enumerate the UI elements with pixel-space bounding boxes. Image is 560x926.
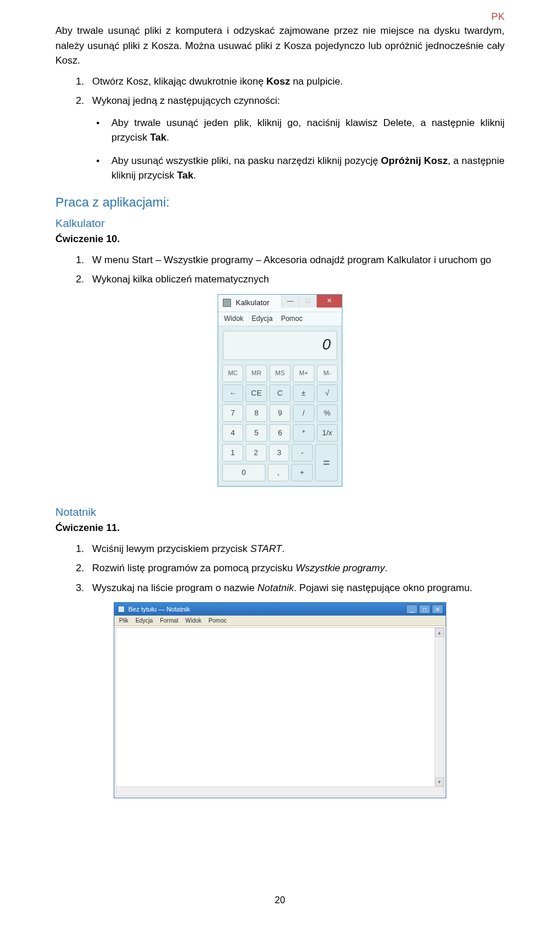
list-text: Wykonaj jedną z następujących czynności:: [92, 93, 505, 109]
list-number: 1.: [76, 541, 92, 557]
calc-percent-button[interactable]: %: [317, 404, 338, 422]
menu-help[interactable]: Pomoc: [281, 313, 302, 324]
maximize-button[interactable]: □: [419, 604, 430, 614]
horizontal-scrollbar[interactable]: [116, 787, 444, 796]
list-text: W menu Start – Wszystkie programy – Akce…: [92, 253, 505, 268]
exercise-label: Ćwiczenie 11.: [55, 520, 505, 536]
vertical-scrollbar[interactable]: [435, 628, 444, 787]
list-number: 3.: [76, 581, 92, 596]
section-heading-calculator: Kalkulator: [55, 215, 505, 232]
page-number: 20: [0, 893, 560, 907]
notepad-text-area[interactable]: [116, 627, 444, 796]
header-tag: PK: [491, 9, 505, 25]
calculator-display: 0: [223, 331, 337, 360]
exercise-label: Ćwiczenie 10.: [55, 232, 505, 247]
calc-0-button[interactable]: 0: [222, 464, 265, 481]
calculator-window: Kalkulator — □ ✕ Widok Edycja Pomoc 0 MC…: [218, 294, 342, 487]
list-item: 2. Wykonaj kilka obliczeń matematycznych: [76, 272, 505, 287]
exercise10-list: 1. W menu Start – Wszystkie programy – A…: [76, 253, 505, 287]
maximize-button: □: [299, 295, 316, 307]
list-text: Aby trwale usunąć jeden plik, kliknij go…: [111, 116, 505, 145]
calculator-app-icon: [223, 299, 231, 307]
calculator-title-text: Kalkulator: [236, 297, 270, 309]
list-text: Otwórz Kosz, klikając dwukrotnie ikonę K…: [92, 74, 505, 89]
list-text: Aby usunąć wszystkie pliki, na pasku nar…: [111, 153, 505, 183]
intro-paragraph: Aby trwale usunąć pliki z komputera i od…: [55, 23, 505, 68]
calc-backspace-button[interactable]: ←: [222, 385, 243, 402]
intro-bullet-list: Aby trwale usunąć jeden plik, kliknij go…: [96, 116, 505, 183]
list-item: 1. Otwórz Kosz, klikając dwukrotnie ikon…: [76, 74, 505, 89]
notepad-window: Bez tytułu — Notatnik _ □ ✕ Plik Edycja …: [114, 602, 446, 798]
calc-minus-button[interactable]: -: [292, 444, 313, 462]
list-item: 2. Rozwiń listę programów za pomocą przy…: [76, 561, 505, 576]
calc-multiply-button[interactable]: *: [293, 424, 314, 442]
list-number: 2.: [76, 93, 92, 109]
list-item: 1. W menu Start – Wszystkie programy – A…: [76, 253, 505, 268]
menu-help[interactable]: Pomoc: [209, 616, 227, 625]
list-text: Wciśnij lewym przyciskiem przycisk START…: [92, 541, 505, 557]
notepad-titlebar[interactable]: Bez tytułu — Notatnik _ □ ✕: [114, 603, 446, 616]
calc-decimal-button[interactable]: ,: [268, 464, 289, 481]
menu-format[interactable]: Format: [160, 616, 178, 625]
list-number: 1.: [76, 253, 92, 268]
notepad-title-text: Bez tytułu — Notatnik: [128, 604, 190, 614]
list-text: Wyszukaj na liście program o nazwie Nota…: [92, 581, 505, 596]
minimize-button[interactable]: —: [281, 295, 299, 307]
calc-7-button[interactable]: 7: [222, 404, 243, 422]
bullet-icon: [96, 116, 111, 145]
menu-edit[interactable]: Edycja: [251, 313, 272, 324]
exercise11-list: 1. Wciśnij lewym przyciskiem przycisk ST…: [76, 541, 505, 596]
notepad-menubar: Plik Edycja Format Widok Pomoc: [114, 616, 446, 626]
list-number: 2.: [76, 272, 92, 287]
calc-mr-button[interactable]: MR: [246, 365, 267, 382]
menu-view[interactable]: Widok: [186, 616, 202, 625]
list-number: 2.: [76, 561, 92, 576]
calc-ms-button[interactable]: MS: [270, 365, 290, 382]
close-button[interactable]: ✕: [432, 604, 443, 614]
calculator-keypad: MC MR MS M+ M- ← CE C ± √ 7 8 9 / % 4: [218, 365, 342, 486]
close-button[interactable]: ✕: [316, 295, 342, 307]
menu-edit[interactable]: Edycja: [135, 616, 153, 625]
menu-file[interactable]: Plik: [119, 616, 128, 625]
calc-1-button[interactable]: 1: [222, 444, 243, 462]
calc-9-button[interactable]: 9: [270, 404, 290, 422]
list-text: Rozwiń listę programów za pomocą przycis…: [92, 561, 505, 576]
calc-ce-button[interactable]: CE: [246, 385, 267, 402]
calc-6-button[interactable]: 6: [270, 424, 290, 442]
intro-ordered-list: 1. Otwórz Kosz, klikając dwukrotnie ikon…: [76, 74, 505, 109]
calc-sqrt-button[interactable]: √: [317, 385, 338, 402]
calc-3-button[interactable]: 3: [269, 444, 290, 462]
menu-view[interactable]: Widok: [224, 313, 243, 324]
list-item: 2. Wykonaj jedną z następujących czynnoś…: [76, 93, 505, 109]
calc-mc-button[interactable]: MC: [222, 365, 243, 382]
section-heading-apps: Praca z aplikacjami:: [55, 193, 505, 212]
calculator-titlebar[interactable]: Kalkulator — □ ✕: [218, 295, 342, 312]
list-text: Wykonaj kilka obliczeń matematycznych: [92, 272, 505, 287]
calc-equals-button[interactable]: =: [315, 444, 338, 481]
calc-divide-button[interactable]: /: [293, 404, 314, 422]
list-number: 1.: [76, 74, 92, 89]
list-item: 1. Wciśnij lewym przyciskiem przycisk ST…: [76, 541, 505, 557]
calc-reciprocal-button[interactable]: 1/x: [317, 424, 338, 442]
section-heading-notepad: Notatnik: [55, 504, 505, 521]
calculator-menubar: Widok Edycja Pomoc: [218, 312, 342, 326]
calc-mplus-button[interactable]: M+: [293, 365, 314, 382]
calc-mminus-button[interactable]: M-: [317, 365, 338, 382]
list-item: Aby trwale usunąć jeden plik, kliknij go…: [96, 116, 505, 145]
notepad-app-icon: [118, 606, 125, 613]
calc-8-button[interactable]: 8: [246, 404, 267, 422]
calc-c-button[interactable]: C: [270, 385, 290, 402]
calc-2-button[interactable]: 2: [246, 444, 267, 462]
bullet-icon: [96, 153, 111, 183]
list-item: Aby usunąć wszystkie pliki, na pasku nar…: [96, 153, 505, 183]
calc-4-button[interactable]: 4: [222, 424, 243, 442]
calc-5-button[interactable]: 5: [246, 424, 267, 442]
list-item: 3. Wyszukaj na liście program o nazwie N…: [76, 581, 505, 596]
minimize-button[interactable]: _: [406, 604, 418, 614]
calc-plus-button[interactable]: +: [291, 464, 313, 481]
calc-negate-button[interactable]: ±: [293, 385, 314, 402]
